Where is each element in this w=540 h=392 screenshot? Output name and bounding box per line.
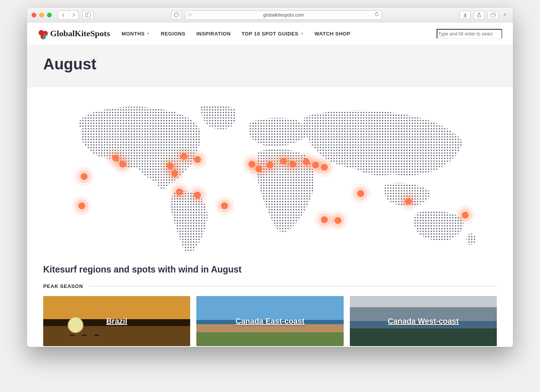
world-map-svg bbox=[43, 101, 497, 255]
section-divider: PEAK SEASON bbox=[27, 278, 513, 296]
map-section bbox=[27, 87, 513, 259]
reload-icon[interactable] bbox=[375, 12, 379, 18]
toolbar-right: + bbox=[460, 11, 508, 19]
map-hotspot[interactable] bbox=[321, 216, 328, 223]
nav-inspiration[interactable]: INSPIRATION bbox=[196, 31, 231, 37]
nav-back-forward bbox=[58, 10, 79, 20]
page-viewport[interactable]: GlobalKiteSpots MONTHS ▼ REGIONS INSPIRA… bbox=[27, 22, 513, 347]
map-hotspot[interactable] bbox=[462, 212, 469, 219]
region-card-brazil[interactable]: Brazil bbox=[43, 296, 190, 346]
chevron-down-icon: ▼ bbox=[147, 32, 150, 35]
address-url: globalkitespots.com bbox=[263, 12, 304, 18]
nav-guides[interactable]: TOP 10 SPOT GUIDES ▼ bbox=[241, 31, 304, 37]
privacy-shield-icon[interactable] bbox=[171, 11, 181, 19]
map-hotspot[interactable] bbox=[267, 162, 273, 168]
map-hotspot[interactable] bbox=[81, 173, 88, 180]
map-hotspot[interactable] bbox=[171, 170, 178, 177]
map-hotspot[interactable] bbox=[357, 190, 364, 197]
map-hotspot[interactable] bbox=[194, 192, 201, 199]
window-controls bbox=[32, 13, 52, 17]
region-card-title: Canada East-coast bbox=[236, 317, 305, 326]
hero-band: August bbox=[27, 45, 513, 87]
svg-rect-0 bbox=[86, 13, 91, 17]
world-map[interactable] bbox=[43, 101, 497, 255]
address-bar-wrap: globalkitespots.com bbox=[97, 10, 456, 20]
map-hotspot[interactable] bbox=[194, 156, 201, 163]
back-button[interactable] bbox=[58, 11, 68, 19]
subheading: Kitesurf regions and spots with wind in … bbox=[27, 259, 513, 278]
site-header: GlobalKiteSpots MONTHS ▼ REGIONS INSPIRA… bbox=[27, 22, 513, 45]
nav-shop[interactable]: WATCH SHOP bbox=[314, 31, 350, 37]
region-card-title: Brazil bbox=[106, 317, 127, 326]
page-title: August bbox=[43, 56, 497, 73]
reader-mode-icon[interactable] bbox=[187, 13, 192, 17]
sidebar-toggle-button[interactable] bbox=[83, 11, 93, 19]
divider-line bbox=[88, 286, 497, 286]
svg-rect-8 bbox=[491, 14, 494, 17]
chevron-down-icon: ▼ bbox=[300, 32, 304, 35]
map-hotspot[interactable] bbox=[176, 188, 183, 195]
map-hotspot[interactable] bbox=[221, 202, 228, 209]
search-input[interactable] bbox=[437, 29, 502, 39]
map-hotspot[interactable] bbox=[119, 161, 126, 168]
region-card-canada-west[interactable]: Canada West-coast bbox=[350, 296, 497, 346]
region-card-canada-east[interactable]: Canada East-coast bbox=[196, 296, 343, 346]
region-cards: Brazil Canada East-coast Canada West-coa… bbox=[27, 296, 513, 347]
logo-text: GlobalKiteSpots bbox=[50, 29, 110, 39]
map-hotspot[interactable] bbox=[78, 202, 85, 209]
browser-window: globalkitespots.com + GlobalKiteS bbox=[27, 8, 513, 347]
share-icon[interactable] bbox=[474, 11, 484, 19]
region-card-title: Canada West-coast bbox=[388, 317, 459, 326]
map-hotspot[interactable] bbox=[181, 153, 187, 160]
nav-months[interactable]: MONTHS ▼ bbox=[122, 31, 150, 37]
nav-regions[interactable]: REGIONS bbox=[161, 31, 186, 37]
subheading-text: Kitesurf regions and spots with wind in … bbox=[43, 264, 497, 275]
main-nav: MONTHS ▼ REGIONS INSPIRATION TOP 10 SPOT… bbox=[122, 31, 350, 37]
address-bar[interactable]: globalkitespots.com bbox=[185, 10, 382, 20]
site-logo[interactable]: GlobalKiteSpots bbox=[38, 29, 110, 39]
map-hotspot[interactable] bbox=[334, 217, 341, 224]
section-label: PEAK SEASON bbox=[43, 283, 83, 289]
forward-button[interactable] bbox=[68, 11, 78, 19]
map-hotspot[interactable] bbox=[405, 198, 412, 205]
close-icon[interactable] bbox=[32, 13, 36, 17]
map-hotspot[interactable] bbox=[289, 161, 296, 168]
minimize-icon[interactable] bbox=[39, 13, 44, 17]
browser-titlebar: globalkitespots.com + bbox=[27, 8, 513, 22]
new-tab-button[interactable]: + bbox=[501, 11, 508, 19]
logo-flower-icon bbox=[38, 29, 48, 39]
downloads-icon[interactable] bbox=[460, 11, 471, 19]
maximize-icon[interactable] bbox=[47, 13, 52, 17]
tabs-icon[interactable] bbox=[488, 11, 498, 19]
map-hotspot[interactable] bbox=[321, 164, 328, 171]
